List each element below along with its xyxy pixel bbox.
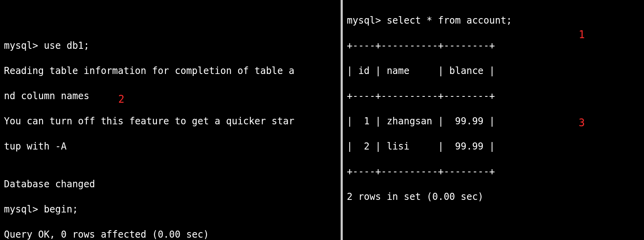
output-line: nd column names xyxy=(4,90,337,102)
output-line: Database changed xyxy=(4,178,337,190)
table-border: +----+----------+--------+ xyxy=(347,165,640,178)
annotation-3: 3 xyxy=(579,116,585,129)
terminal-pane-right[interactable]: mysql> select * from account; +----+----… xyxy=(343,0,644,240)
mysql-begin-command: mysql> begin; xyxy=(4,203,337,216)
annotation-1: 1 xyxy=(579,28,585,41)
blank-line xyxy=(4,14,337,27)
table-header: | id | name | blance | xyxy=(347,65,640,77)
mysql-select-command: mysql> select * from account; xyxy=(347,14,640,27)
terminal-pane-left[interactable]: mysql> use db1; Reading table informatio… xyxy=(0,0,341,240)
mysql-use-command: mysql> use db1; xyxy=(4,39,337,52)
table-row: | 1 | zhangsan | 99.99 | xyxy=(347,115,640,127)
output-line: Reading table information for completion… xyxy=(4,65,337,77)
annotation-2: 2 xyxy=(118,93,125,105)
table-border: +----+----------+--------+ xyxy=(347,90,640,102)
output-line: Query OK, 0 rows affected (0.00 sec) xyxy=(4,228,337,240)
output-line: You can turn off this feature to get a q… xyxy=(4,115,337,127)
table-row: | 2 | lisi | 99.99 | xyxy=(347,140,640,153)
table-border: +----+----------+--------+ xyxy=(347,39,640,52)
output-line: tup with -A xyxy=(4,140,337,153)
query-status: 2 rows in set (0.00 sec) xyxy=(347,190,640,203)
blank-line xyxy=(347,216,640,228)
terminal-split-container: mysql> use db1; Reading table informatio… xyxy=(0,0,644,240)
